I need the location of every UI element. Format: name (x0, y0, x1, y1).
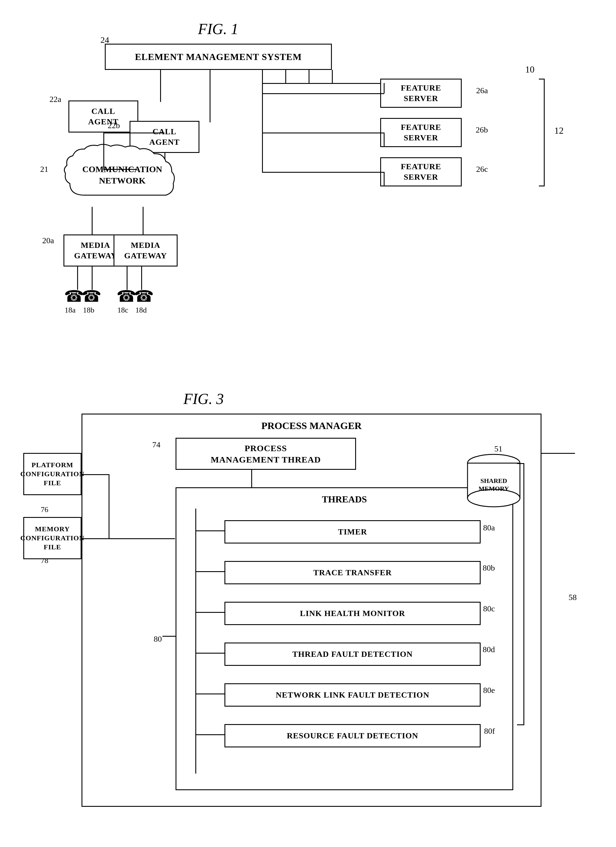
line-ems-fs1 (285, 70, 286, 83)
line-cloud-mg1 (92, 207, 93, 235)
process-manager-label: PROCESS MANAGER (83, 420, 541, 431)
label-18a: 18a (65, 306, 76, 314)
trace-transfer-box: TRACE TRANSFER (224, 561, 480, 584)
phone-18b: ☎ (81, 287, 102, 305)
phone-18c: ☎ (116, 287, 137, 305)
network-link-fault-box: NETWORK LINK FAULT DETECTION (224, 683, 480, 707)
label-18d: 18d (136, 306, 147, 314)
fig1-container: FIG. 1 24 10 ELEMENT MANAGEMENT SYSTEM 2… (23, 18, 593, 367)
page: FIG. 1 24 10 ELEMENT MANAGEMENT SYSTEM 2… (0, 0, 616, 847)
line-vert-fs (262, 83, 263, 172)
bracket-12 (539, 79, 545, 186)
line-ems-cb (209, 70, 211, 122)
feature-server-c-box: FEATURE SERVER (380, 157, 462, 186)
label-26b: 26b (476, 125, 488, 134)
label-80d: 80d (483, 645, 495, 654)
label-10: 10 (525, 64, 535, 75)
feature-server-a-box: FEATURE SERVER (380, 79, 462, 108)
line-ems-fs2 (309, 70, 309, 83)
label-80b: 80b (483, 563, 495, 573)
thread-fault-box: THREAD FAULT DETECTION (224, 642, 480, 666)
label-74: 74 (152, 440, 161, 449)
feature-server-b-box: FEATURE SERVER (380, 118, 462, 147)
line-cfg-vert (109, 474, 109, 538)
phone-18d: ☎ (134, 287, 154, 305)
line-mga-phone1 (77, 267, 78, 290)
line-fs-a (262, 93, 384, 94)
line-ems-r2 (262, 70, 263, 83)
fig3-container: FIG. 3 PROCESS MANAGER PROCESS MANAGEMEN… (23, 390, 593, 833)
line-fsb-v (384, 133, 385, 147)
line-mcf-pmt (81, 538, 109, 539)
line-ems-r3 (262, 83, 335, 84)
label-20a: 20a (42, 236, 54, 245)
line-cloud-mg2 (143, 207, 143, 235)
line-fs-b (262, 133, 384, 133)
line-threads-vert (195, 509, 196, 773)
line-fsa-v (384, 83, 385, 93)
pmt-box: PROCESS MANAGEMENT THREAD (175, 438, 356, 470)
label-12: 12 (554, 125, 564, 136)
line-ems-fs3 (332, 70, 333, 83)
resource-fault-box: RESOURCE FAULT DETECTION (224, 724, 480, 747)
label-80: 80 (154, 635, 162, 644)
label-26c: 26c (476, 165, 488, 174)
threads-outer-box: THREADS TIMER 80a TRACE TRANSFER 80b (175, 487, 513, 790)
shared-memory-cylinder: SHARED MEMORY (465, 452, 523, 510)
platform-config-box: PLATFORM CONFIGURATION FILE (23, 453, 81, 495)
line-lhm-h (195, 612, 224, 613)
threads-label: THREADS (177, 494, 512, 505)
line-ca-h (103, 133, 165, 133)
line-tt-h (195, 571, 224, 572)
label-26a: 26a (476, 86, 488, 95)
line-nlfd-h (195, 694, 224, 694)
line-pmt-shm (541, 453, 575, 454)
label-22a: 22a (50, 94, 61, 104)
line-timer-h (195, 530, 224, 531)
line-mgb-phone1 (127, 267, 128, 290)
fig3-title: FIG. 3 (183, 390, 224, 407)
phone-18a: ☎ (64, 287, 84, 305)
label-80e: 80e (483, 686, 495, 695)
timer-box: TIMER (224, 520, 480, 543)
label-80c: 80c (483, 604, 495, 614)
line-fsc-v (384, 172, 385, 186)
line-cfg-pmt (109, 538, 175, 539)
label-80a: 80a (483, 523, 495, 533)
line-tfd-h (195, 653, 224, 654)
ems-box: ELEMENT MANAGEMENT SYSTEM (105, 44, 332, 70)
label-21: 21 (40, 165, 48, 174)
link-health-box: LINK HEALTH MONITOR (224, 602, 480, 625)
call-agent-a-box: CALL AGENT (68, 100, 138, 133)
memory-config-box: MEMORY CONFIGURATION FILE (23, 517, 81, 559)
line-80-arrow (162, 636, 175, 637)
label-58: 58 (569, 593, 577, 602)
label-22b: 22b (108, 121, 120, 130)
label-76: 76 (41, 505, 48, 514)
comm-network-cloud: COMMUNICATION NETWORK (61, 143, 183, 207)
line-rfd-h (195, 734, 224, 735)
label-24: 24 (100, 35, 109, 45)
line-pcf-pmt (81, 474, 109, 475)
label-80f: 80f (484, 726, 495, 736)
line-mgb-phone2 (141, 267, 142, 290)
media-gateway-b-box: MEDIA GATEWAY (113, 235, 178, 267)
line-fs-c (262, 172, 384, 173)
line-ems-ca (160, 70, 161, 102)
fig1-title: FIG. 1 (198, 21, 239, 38)
svg-text:MEMORY: MEMORY (479, 485, 509, 492)
bracket-58 (517, 463, 524, 725)
svg-text:SHARED: SHARED (480, 477, 507, 484)
label-18c: 18c (117, 306, 128, 314)
line-pmt-threads (251, 470, 252, 487)
label-18b: 18b (83, 306, 94, 314)
line-mga-phone2 (92, 267, 93, 290)
